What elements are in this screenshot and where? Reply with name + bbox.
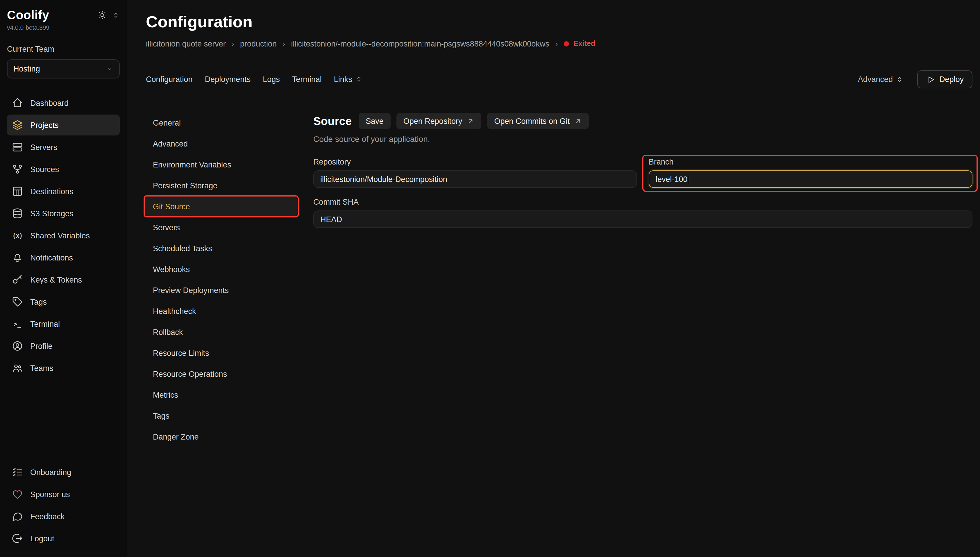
source-title: Source [313,114,352,128]
sidebar-item-label: Teams [30,364,54,372]
tab-terminal[interactable]: Terminal [292,75,322,84]
arrow-up-right-icon [574,117,582,125]
server-icon [11,141,23,153]
sidebar-item-sources[interactable]: Sources [7,159,120,180]
chevron-down-icon [106,65,113,73]
sidebar-item-label: Destinations [30,187,73,195]
sidebar-item-projects[interactable]: Projects [7,114,120,135]
open-commits-button[interactable]: Open Commits on Git [487,113,589,129]
subnav-item-resource-operations[interactable]: Resource Operations [146,364,297,384]
sidebar-item-terminal[interactable]: Terminal [7,313,120,334]
sidebar-item-destinations[interactable]: Destinations [7,181,120,202]
subnav-item-preview-deployments[interactable]: Preview Deployments [146,280,297,300]
profile-icon [11,340,23,352]
sidebar-item-label: Dashboard [30,99,68,107]
sidebar-item-label: Shared Variables [30,231,90,240]
bell-icon [11,252,23,263]
sidebar: Coolify v4.0.0-beta.399 Current Team Hos… [0,0,127,557]
sidebar-item-label: Onboarding [30,468,71,477]
brand-actions [98,10,120,20]
logout-icon [11,533,23,544]
sidebar-item-label: Projects [30,121,59,129]
breadcrumb-application[interactable]: illicitestonion/-module--decomposition:m… [291,39,549,48]
git-icon [11,163,23,175]
subnav-item-environment-variables[interactable]: Environment Variables [146,155,297,174]
sidebar-item-teams[interactable]: Teams [7,358,120,378]
tag-icon [11,296,23,308]
tab-logs[interactable]: Logs [263,75,280,84]
sidebar-item-label: Terminal [30,319,60,328]
chevrons-up-down-icon [896,76,903,83]
tab-deployments[interactable]: Deployments [205,75,251,84]
deploy-button[interactable]: Deploy [917,70,972,88]
subnav-item-rollback[interactable]: Rollback [146,322,297,342]
sidebar-item-profile[interactable]: Profile [7,336,120,357]
current-team-label: Current Team [7,45,120,54]
team-select[interactable]: Hosting [7,59,120,78]
commit-sha-field: Commit SHA HEAD [313,198,972,228]
app-root: Coolify v4.0.0-beta.399 Current Team Hos… [0,0,980,557]
sidebar-item-label: Servers [30,143,57,151]
sidebar-item-servers[interactable]: Servers [7,137,120,158]
theme-toggle-sun-icon[interactable] [98,10,107,20]
sidebar-item-sponsor-us[interactable]: Sponsor us [7,484,120,505]
sidebar-item-label: Profile [30,342,53,350]
destination-icon [11,186,23,197]
tab-bar: Configuration Deployments Logs Terminal … [146,70,972,88]
subnav-item-tags[interactable]: Tags [146,406,297,426]
key-icon [11,274,23,285]
subnav-item-resource-limits[interactable]: Resource Limits [146,343,297,363]
sidebar-item-label: Notifications [30,253,73,262]
repository-field: Repository illicitestonion/Module-Decomp… [313,158,637,188]
subnav-item-metrics[interactable]: Metrics [146,385,297,405]
chevrons-up-down-icon [355,76,363,83]
breadcrumb-environment[interactable]: production [240,39,277,48]
sidebar-item-notifications[interactable]: Notifications [7,247,120,268]
sidebar-item-logout[interactable]: Logout [7,528,120,549]
open-repository-button[interactable]: Open Repository [397,113,481,129]
sidebar-item-shared-variables[interactable]: Shared Variables [7,225,120,246]
chevrons-up-down-icon[interactable] [112,11,120,19]
sidebar-item-keys-tokens[interactable]: Keys & Tokens [7,269,120,290]
app-logo[interactable]: Coolify [7,8,49,22]
sidebar-item-label: Sources [30,165,59,174]
commit-sha-input[interactable]: HEAD [313,210,972,228]
save-button[interactable]: Save [359,113,391,129]
sidebar-item-label: Logout [30,534,54,543]
status-dot [564,41,569,46]
brand-row: Coolify [7,8,120,22]
source-form: Repository illicitestonion/Module-Decomp… [313,158,972,228]
subnav-item-scheduled-tasks[interactable]: Scheduled Tasks [146,238,297,258]
subnav-item-persistent-storage[interactable]: Persistent Storage [146,176,297,195]
tab-links[interactable]: Links [334,75,363,84]
sidebar-item-label: S3 Storages [30,209,73,218]
subnav-item-healthcheck[interactable]: Healthcheck [146,301,297,321]
status-badge: Exited [564,39,595,48]
text-caret [689,175,690,184]
sidebar-nav: Dashboard Projects Servers Sources Desti… [7,93,120,378]
teams-icon [11,362,23,374]
tab-bar-right: Advanced Deploy [858,70,972,88]
breadcrumb-project[interactable]: illicitonion quote server [146,39,226,48]
sidebar-item-feedback[interactable]: Feedback [7,506,120,527]
subnav-item-advanced[interactable]: Advanced [146,134,297,153]
subnav-item-servers[interactable]: Servers [146,217,297,237]
advanced-dropdown[interactable]: Advanced [858,75,903,84]
configuration-content: General Advanced Environment Variables P… [146,113,972,446]
sidebar-item-tags[interactable]: Tags [7,291,120,312]
sidebar-item-s3-storages[interactable]: S3 Storages [7,203,120,224]
repository-input[interactable]: illicitestonion/Module-Decomposition [313,170,637,188]
source-section: Source Save Open Repository Open Commits… [313,113,972,228]
subnav-item-git-source[interactable]: Git Source [146,197,297,216]
subnav-item-danger-zone[interactable]: Danger Zone [146,427,297,446]
branch-input[interactable]: level-100 [649,170,972,188]
breadcrumb-separator-icon [555,39,558,48]
sidebar-item-onboarding[interactable]: Onboarding [7,462,120,482]
subnav-item-webhooks[interactable]: Webhooks [146,259,297,279]
tab-configuration[interactable]: Configuration [146,75,193,84]
sidebar-item-dashboard[interactable]: Dashboard [7,93,120,113]
branch-field: Branch level-100 [649,158,972,188]
heart-icon [11,489,23,500]
sidebar-item-label: Sponsor us [30,490,70,498]
subnav-item-general[interactable]: General [146,113,297,133]
